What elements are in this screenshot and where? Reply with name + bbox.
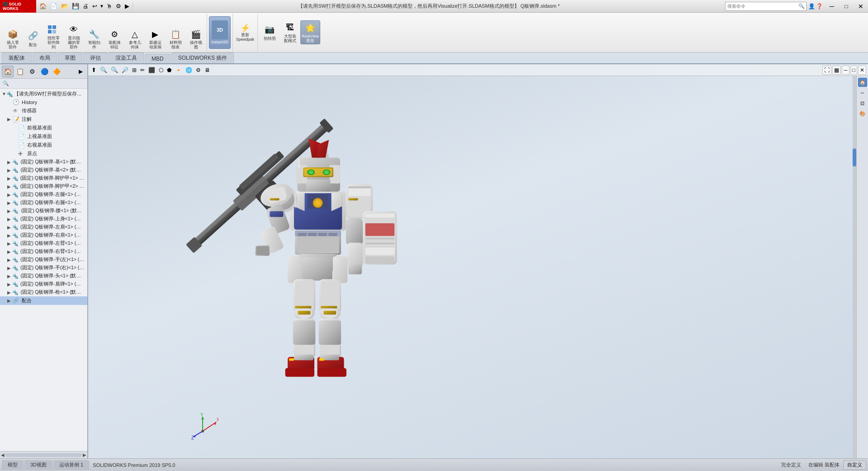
tree-part-8[interactable]: ▶ 🔩 (固定) Q板钢弹-上身<1> (默认<<l [0, 215, 87, 223]
tree-part-2[interactable]: ▶ 🔩 (固定) Q板钢弹-基<2> (默认<<默 [0, 166, 87, 174]
tree-sensor-item[interactable]: 👁 传感器 [0, 106, 87, 115]
mouse-icon[interactable]: 🖱 [105, 2, 114, 10]
vp-fullscreen-icon[interactable]: ⛶ [822, 66, 831, 75]
tree-root-item[interactable]: ▼ 🔩 【请先用SW打开模型后保存为.SLDASM [0, 90, 87, 98]
new-motion-button[interactable]: ▶ 新建运动算例 [145, 27, 165, 51]
tree-part-4[interactable]: ▶ 🔩 (固定) Q板钢弹-脚护甲<2> (默认< [0, 182, 87, 190]
home-icon[interactable]: 🏠 [38, 2, 48, 10]
exploded-view-button[interactable]: 🎬 操作视图 [186, 27, 206, 51]
vp-zoom-icon[interactable]: 🔍 [99, 66, 109, 74]
tree-part-12[interactable]: ▶ 🔩 (固定) Q板钢弹-右臂<1> (默认<<l [0, 247, 87, 256]
tree-part-14[interactable]: ▶ 🔩 (固定) Q板钢弹-手(右)<1> (默认< [0, 264, 87, 272]
tree-history-item[interactable]: 🕐 History [0, 98, 87, 106]
panel-hscroll-left[interactable]: ◀ [1, 452, 5, 457]
tab-evaluate[interactable]: 评估 [83, 52, 108, 63]
reference-geometry-button[interactable]: △ 参考几何体 [125, 27, 145, 51]
status-tab-3dview[interactable]: 3D视图 [24, 460, 52, 470]
more-icon[interactable]: ▶ [123, 2, 131, 10]
feature-tree[interactable]: ▼ 🔩 【请先用SW打开模型后保存为.SLDASM 🕐 History 👁 传感… [0, 89, 87, 451]
undo-icon[interactable]: ↩ [91, 2, 99, 10]
vp-orientation-icon[interactable]: ⬆ [90, 66, 98, 74]
tree-part-17[interactable]: ▶ 🔩 (固定) Q板钢弹-枪<1> (默认<<默 [0, 288, 87, 296]
tab-sketch[interactable]: 草图 [58, 52, 82, 63]
insert-part-button[interactable]: 📦 插入零部件 [3, 27, 23, 51]
tab-mbd[interactable]: MBD [145, 54, 171, 63]
tab-render[interactable]: 渲染工具 [109, 52, 144, 63]
show-hide-button[interactable]: 👁 显示隐藏的零部件 [64, 23, 84, 51]
smart-fastener-button[interactable]: 🔧 智能扣件 [84, 27, 104, 51]
realview-button[interactable]: 🌟 RealView图形 [300, 20, 320, 45]
assembly-feature-button[interactable]: ⚙ 装配体特征 [104, 27, 124, 51]
vp-minimize-icon[interactable]: ─ [842, 66, 849, 75]
question-icon[interactable]: ❓ [816, 3, 823, 10]
tree-top-plane-item[interactable]: 📄 上视基准面 [0, 132, 87, 141]
open-icon[interactable]: 📂 [60, 2, 70, 10]
minimize-button[interactable]: ─ [825, 0, 839, 13]
vp-render-icon[interactable]: 🌐 [184, 66, 194, 74]
vp-strip-fit-btn[interactable]: ↔ [858, 88, 867, 97]
tree-part-7[interactable]: ▶ 🔩 (固定) Q板钢弹-腰<1> (默认<<l [0, 207, 87, 215]
vscroll-thumb[interactable] [853, 148, 856, 167]
tree-right-plane-item[interactable]: 📄 右视基准面 [0, 141, 87, 149]
tree-part-11[interactable]: ▶ 🔩 (固定) Q板钢弹-左臂<1> (默认<<l [0, 239, 87, 247]
viewport-vscrollbar[interactable] [853, 76, 856, 458]
tree-part-1[interactable]: ▶ 🔩 (固定) Q板钢弹-基<1> (默认<<默 [0, 158, 87, 166]
tree-part-16[interactable]: ▶ 🔩 (固定) Q板钢弹-盾牌<1> (默认<<l [0, 280, 87, 288]
search-input[interactable] [726, 4, 798, 9]
tree-mate-item[interactable]: ▶ 🔗 配合 [0, 296, 87, 305]
vp-shaded-icon[interactable]: ⬟ [166, 66, 173, 74]
vp-zoom2-icon[interactable]: 🔍 [109, 66, 119, 74]
panel-tab-property[interactable]: 📋 [14, 66, 26, 77]
status-tab-model[interactable]: 模型 [2, 460, 24, 470]
tree-front-plane-item[interactable]: 📄 前视基准面 [0, 124, 87, 132]
model-display-area[interactable] [88, 77, 855, 458]
tree-annotation-item[interactable]: ▶ 📝 注解 [0, 115, 87, 124]
settings-icon[interactable]: ⚙ [114, 2, 123, 10]
vp-hidden-icon[interactable]: ⬛ [147, 66, 157, 74]
panel-tab-appearance[interactable]: 🔶 [51, 66, 62, 77]
dropdown-arrow-icon[interactable]: ▼ [100, 4, 104, 9]
tree-part-13[interactable]: ▶ 🔩 (固定) Q板钢弹-手(左)<1> (默认< [0, 256, 87, 264]
vp-section-icon[interactable]: ⊞ [131, 66, 138, 74]
mate-button[interactable]: 🔗 配合 [23, 27, 43, 51]
tree-origin-item[interactable]: ✚ 原点 [0, 149, 87, 158]
customize-button[interactable]: 自定义 [843, 460, 866, 470]
large-assembly-button[interactable]: 🏗 大型装配模式 [280, 21, 300, 44]
vp-strip-color-btn[interactable]: 🎨 [858, 109, 867, 118]
tree-part-5[interactable]: ▶ 🔩 (固定) Q板钢弹-左腿<1> (默认<<l [0, 190, 87, 199]
tab-layout[interactable]: 布局 [33, 52, 57, 63]
vp-restore-icon[interactable]: □ [850, 66, 857, 75]
vp-strip-home-btn[interactable]: 🏠 [858, 78, 867, 87]
panel-tab-config[interactable]: ⚙ [26, 66, 38, 77]
vp-close-icon[interactable]: ✕ [858, 66, 866, 75]
restore-button[interactable]: □ [839, 0, 854, 13]
tab-plugins[interactable]: SOLIDWORKS 插件 [171, 52, 234, 63]
help-user-icon[interactable]: 👤 [808, 3, 815, 10]
vp-tile-icon[interactable]: ▦ [832, 66, 841, 75]
tree-part-6[interactable]: ▶ 🔩 (固定) Q板钢弹-右腿<1> (默认<<l [0, 199, 87, 207]
panel-tab-display[interactable]: 🔵 [38, 66, 50, 77]
vp-sketch-icon[interactable]: ✏ [139, 66, 146, 74]
vp-settings-icon[interactable]: ⚙ [194, 66, 202, 74]
panel-expand-btn[interactable]: ▶ [76, 67, 85, 76]
vp-shadows-icon[interactable]: 🔸 [174, 66, 183, 74]
tree-part-9[interactable]: ▶ 🔩 (固定) Q板钢弹-左肩<1> (默认<<l [0, 223, 87, 231]
vp-screen-icon[interactable]: 🖥 [203, 66, 211, 74]
bom-button[interactable]: 📋 材料明细表 [166, 27, 185, 51]
instant3d-button[interactable]: 3D Instant3D [209, 16, 231, 49]
tab-assembly[interactable]: 装配体 [2, 52, 32, 63]
panel-tab-feature[interactable]: 🏠 [2, 66, 14, 77]
linear-pattern-button[interactable]: 线性零部件阵列 [43, 23, 63, 51]
panel-hscroll-right[interactable]: ▶ [83, 452, 86, 457]
close-button[interactable]: ✕ [854, 0, 868, 13]
print-icon[interactable]: 🖨 [81, 2, 90, 10]
3d-viewport[interactable]: ⬆ 🔍 🔍 🔎 ⊞ ✏ ⬛ ⬡ ⬟ 🔸 🌐 ⚙ 🖥 ⛶ ▦ ─ □ ✕ [88, 64, 868, 458]
save-icon[interactable]: 💾 [71, 2, 81, 10]
new-icon[interactable]: 📄 [49, 2, 59, 10]
tree-part-15[interactable]: ▶ 🔩 (固定) Q板钢弹-头<1> (默认<<默 [0, 272, 87, 280]
vp-zoomfit-icon[interactable]: 🔎 [120, 66, 130, 74]
update-speedpak-button[interactable]: ⚡ 更新Speedpak [235, 22, 256, 43]
vp-wireframe-icon[interactable]: ⬡ [157, 66, 165, 74]
status-tab-motion[interactable]: 运动算例 1 [53, 460, 89, 470]
tree-part-3[interactable]: ▶ 🔩 (固定) Q板钢弹-脚护甲<1> (默认< [0, 174, 87, 182]
